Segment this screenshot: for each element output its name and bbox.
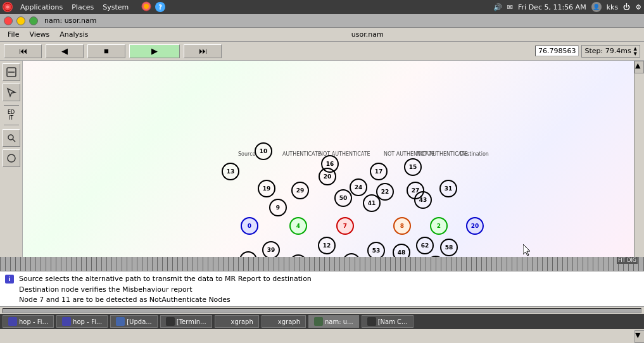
power-icon[interactable]: ⏻ [623,3,630,11]
forward-button[interactable]: ⏭ [184,44,222,58]
pointer-tool[interactable] [3,84,20,101]
node-43[interactable]: 43 [414,191,432,209]
scroll-down[interactable]: ▼ [635,330,644,343]
node-20b[interactable]: 20 [466,217,484,235]
taskbar-label-6: nam: u... [325,318,353,325]
taskbar-btn-0[interactable]: hop - Fi... [3,315,54,328]
node-4[interactable]: 4 [289,217,307,235]
taskbar-btn-1[interactable]: hop - Fi... [56,315,108,328]
node-39[interactable]: 39 [262,241,280,257]
taskbar: hop - Fi... hop - Fi... [Upda... [Termin… [0,314,644,329]
log-text: Source selects the alternative path to t… [19,274,312,306]
back-button[interactable]: ◀ [46,44,84,58]
node-12[interactable]: 12 [318,237,336,254]
scroll-track[interactable] [3,308,641,313]
node-9[interactable]: 9 [269,199,287,216]
firefox-icon[interactable] [141,1,151,13]
node-13[interactable]: 13 [222,163,239,180]
taskbar-icon-6 [314,317,323,326]
close-button[interactable] [4,16,13,25]
zoom-tool[interactable] [3,129,20,147]
node-53[interactable]: 53 [367,242,385,257]
node-7[interactable]: 7 [336,217,354,235]
circle-tool[interactable] [3,149,20,167]
scroll-up[interactable]: ▲ [635,61,644,73]
menu-places[interactable]: Places [68,2,98,13]
step-arrows[interactable]: ▲ ▼ [634,46,637,56]
node-50[interactable]: 50 [334,189,352,207]
toolbar-divider-1 [4,105,19,106]
node-58[interactable]: 58 [440,239,458,256]
svg-marker-5 [8,89,15,96]
log-line-3: Node 7 and 11 are to be detected as NotA… [19,295,312,306]
time-value: 76.798563 [535,46,579,56]
log-icon: i [5,275,14,284]
minimize-button[interactable] [16,16,25,25]
taskbar-icon-5 [267,317,276,326]
datetime: Fri Dec 5, 11:56 AM [518,3,586,11]
node-17[interactable]: 17 [370,163,388,180]
node-2[interactable]: 2 [430,217,448,235]
mouse-cursor [523,244,531,256]
simulation-container: EDIT Source AUTHENTICATE NOT AUTHENTICAT… [0,61,644,257]
time-display: 76.798563 Step: 79.4ms ▲ ▼ [535,45,640,58]
node-29[interactable]: 29 [291,182,309,199]
system-menus[interactable]: Applications Places System [16,2,132,13]
simulation-canvas[interactable]: Source AUTHENTICATE NOT AUTHENTICATE NOT… [23,61,634,257]
menu-views[interactable]: Views [24,29,54,40]
taskbar-icon-1 [62,317,71,326]
menu-system[interactable]: System [99,2,132,13]
right-scrollbar[interactable]: ▲ ▼ [634,61,644,257]
filename-label: usor.nam [351,30,384,39]
menu-analysis[interactable]: Analysis [54,29,93,40]
node-62[interactable]: 62 [416,237,434,254]
taskbar-label-1: hop - Fi... [73,318,102,325]
node-15[interactable]: 15 [404,158,422,176]
menu-file[interactable]: File [3,29,24,40]
email-icon[interactable]: ✉ [507,3,513,11]
taskbar-label-0: hop - Fi... [19,318,48,325]
node-20[interactable]: 20 [319,168,336,185]
maximize-button[interactable] [29,16,38,25]
rewind-button[interactable]: ⏮ [4,44,42,58]
node-41[interactable]: 41 [363,194,381,212]
left-toolbar: EDIT [0,61,23,257]
taskbar-btn-7[interactable]: [Nam C... [362,315,414,328]
help-icon[interactable]: ? [155,2,165,12]
volume-icon[interactable]: 🔊 [493,3,502,11]
taskbar-btn-6[interactable]: nam: u... [308,315,359,328]
node-0[interactable]: 0 [241,217,258,235]
timeline-bar[interactable]: FIT DIG [0,257,644,271]
taskbar-icon-0 [8,317,17,326]
select-tool[interactable] [3,63,20,81]
svg-marker-9 [523,244,530,256]
taskbar-btn-2[interactable]: [Upda... [110,315,158,328]
taskbar-icon-2 [116,317,125,326]
svg-point-6 [8,135,13,140]
stop-button[interactable]: ■ [87,44,125,58]
log-line-1: Source selects the alternative path to t… [19,274,312,285]
taskbar-btn-3[interactable]: [Termin... [160,315,212,328]
user-avatar[interactable]: 👤 [591,2,602,12]
node-8[interactable]: 8 [393,217,411,235]
play-button[interactable]: ▶ [129,44,180,58]
node-48[interactable]: 48 [393,244,410,257]
taskbar-btn-4[interactable]: xgraph [215,315,259,328]
step-down-arrow[interactable]: ▼ [634,51,637,56]
log-area: i Source selects the alternative path to… [0,271,644,306]
taskbar-btn-5[interactable]: xgraph [262,315,306,328]
node-19[interactable]: 19 [258,180,275,197]
taskbar-label-7: [Nam C... [378,318,408,325]
system-logo [3,2,13,12]
node-10[interactable]: 10 [255,142,272,160]
playback-bar: ⏮ ◀ ■ ▶ ⏭ 76.798563 Step: 79.4ms ▲ ▼ [0,42,644,61]
taskbar-label-5: xgraph [278,318,300,325]
menu-applications[interactable]: Applications [16,2,66,13]
node-24[interactable]: 24 [350,178,367,196]
node-31[interactable]: 31 [439,180,457,197]
taskbar-icon-3 [166,317,175,326]
step-up-arrow[interactable]: ▲ [634,46,637,51]
node-37[interactable]: 37 [239,251,257,257]
settings-icon[interactable]: ⚙ [635,3,641,11]
horizontal-scrollbar[interactable] [0,306,644,314]
